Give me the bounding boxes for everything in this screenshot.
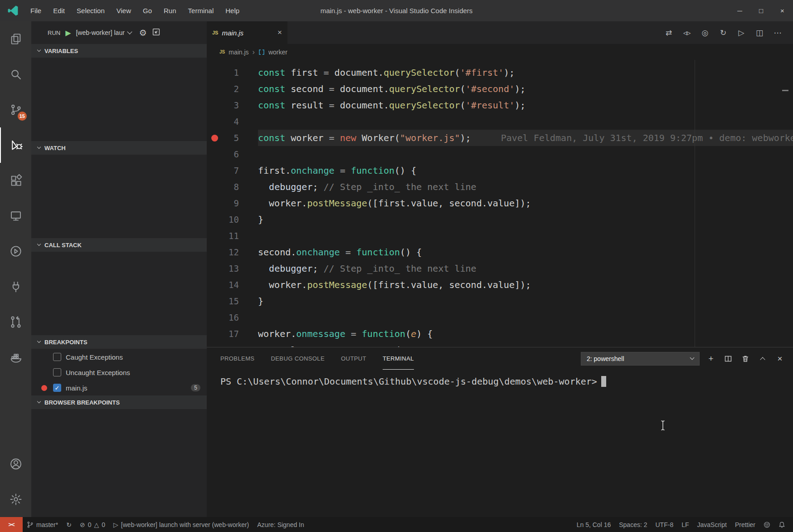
breakpoint-slot[interactable]	[207, 195, 222, 211]
launch-status[interactable]: ▷ [web-worker] launch with server (web-w…	[109, 517, 253, 532]
new-terminal-icon[interactable]: +	[705, 352, 717, 366]
source-control-icon[interactable]: 15	[0, 92, 31, 127]
breakpoint-slot[interactable]	[207, 228, 222, 244]
breakpoint-slot[interactable]	[207, 81, 222, 97]
breakpoint-slot[interactable]	[207, 97, 222, 113]
checkbox[interactable]: ✓	[53, 384, 61, 392]
eol-sequence[interactable]: LF	[677, 517, 693, 532]
section-header-watch[interactable]: WATCH	[31, 141, 207, 155]
checkbox[interactable]	[53, 368, 61, 376]
panel-tab-terminal[interactable]: TERMINAL	[383, 347, 414, 370]
run-circle-icon[interactable]: ▷	[733, 24, 749, 41]
kill-terminal-icon[interactable]	[739, 352, 751, 366]
menu-file[interactable]: File	[24, 0, 47, 21]
breakpoint-slot[interactable]	[207, 293, 222, 309]
editor-gutter[interactable]: 17	[207, 326, 258, 342]
notifications-bell-icon[interactable]	[774, 517, 789, 532]
azure-status[interactable]: Azure: Signed In	[253, 517, 308, 532]
menu-terminal[interactable]: Terminal	[182, 0, 220, 21]
editor-gutter[interactable]: 9	[207, 195, 258, 211]
close-tab-icon[interactable]: ×	[277, 28, 282, 37]
menu-selection[interactable]: Selection	[71, 0, 111, 21]
breakpoint-slot[interactable]	[207, 146, 222, 162]
maximize-button[interactable]: □	[750, 0, 772, 21]
start-debug-icon[interactable]: ▶	[65, 29, 71, 37]
menu-view[interactable]: View	[111, 0, 137, 21]
sync-status[interactable]: ↻	[62, 517, 76, 532]
section-header-browser-breakpoints[interactable]: BROWSER BREAKPOINTS	[31, 395, 207, 409]
editor-gutter[interactable]: 3	[207, 97, 258, 113]
debug-config-dropdown[interactable]: [web-worker] laur	[76, 29, 131, 36]
maximize-panel-icon[interactable]	[757, 352, 769, 366]
editor-gutter[interactable]: 11	[207, 228, 258, 244]
extensions-icon[interactable]	[0, 163, 31, 198]
run-and-debug-icon[interactable]	[0, 127, 31, 163]
editor-gutter[interactable]: 7	[207, 162, 258, 179]
formatter[interactable]: Prettier	[731, 517, 759, 532]
encoding[interactable]: UTF-8	[652, 517, 678, 532]
search-icon[interactable]	[0, 57, 31, 92]
breakpoint-slot[interactable]	[207, 260, 222, 277]
breakpoint-slot[interactable]	[207, 342, 222, 347]
cursor-position[interactable]: Ln 5, Col 16	[573, 517, 615, 532]
breakpoint-slot[interactable]	[207, 113, 222, 130]
terminal[interactable]: PS C:\Users\Connor\Documents\Github\vsco…	[207, 370, 793, 517]
panel-tab-output[interactable]: OUTPUT	[341, 347, 366, 370]
editor-gutter[interactable]: 6	[207, 146, 258, 162]
breakpoint-slot[interactable]	[207, 309, 222, 326]
git-compare-icon[interactable]: ⇄	[661, 24, 677, 41]
menu-go[interactable]: Go	[137, 0, 158, 21]
more-actions-icon[interactable]: ⋯	[769, 24, 786, 41]
indentation[interactable]: Spaces: 2	[615, 517, 651, 532]
breadcrumb-symbol[interactable]: worker	[268, 49, 287, 56]
live-share-icon[interactable]	[0, 234, 31, 269]
editor-gutter[interactable]: 8	[207, 179, 258, 195]
editor-gutter[interactable]: 13	[207, 260, 258, 277]
tab-main-js[interactable]: JS main.js ×	[207, 21, 287, 44]
breakpoint-slot[interactable]	[207, 64, 222, 81]
close-panel-icon[interactable]: ×	[774, 352, 786, 366]
editor-gutter[interactable]: 16	[207, 309, 258, 326]
breakpoint-slot[interactable]	[207, 211, 222, 228]
editor-gutter[interactable]: 10	[207, 211, 258, 228]
menu-help[interactable]: Help	[219, 0, 245, 21]
accounts-icon[interactable]	[0, 446, 31, 482]
panel-tab-problems[interactable]: PROBLEMS	[220, 347, 254, 370]
split-terminal-icon[interactable]	[722, 352, 734, 366]
editor-gutter[interactable]: 14	[207, 277, 258, 293]
section-header-breakpoints[interactable]: BREAKPOINTS	[31, 335, 207, 349]
terminal-picker[interactable]: 2: powershell	[581, 352, 700, 366]
breakpoint-item-caught-exceptions[interactable]: Caught Exceptions	[31, 349, 207, 365]
feedback-icon[interactable]	[759, 517, 774, 532]
breakpoint-item-main-js[interactable]: ✓main.js5	[31, 380, 207, 395]
code-editor[interactable]: 1const first = document.querySelector('#…	[207, 60, 793, 347]
configure-gear-icon[interactable]: ⚙	[139, 28, 147, 38]
editor-gutter[interactable]: 2	[207, 81, 258, 97]
open-preview-icon[interactable]: ◃▹	[679, 24, 695, 41]
section-header-call-stack[interactable]: CALL STACK	[31, 238, 207, 252]
minimize-button[interactable]: ─	[729, 0, 750, 21]
problems-status[interactable]: ⊘ 0 △ 0	[76, 517, 109, 532]
editor-gutter[interactable]: 15	[207, 293, 258, 309]
section-header-variables[interactable]: VARIABLES	[31, 44, 207, 58]
split-editor-icon[interactable]: ◫	[751, 24, 768, 41]
editor-gutter[interactable]: 4	[207, 113, 258, 130]
remote-explorer-icon[interactable]	[0, 198, 31, 234]
breakpoint-ring-icon[interactable]: ◎	[697, 24, 713, 41]
menu-edit[interactable]: Edit	[47, 0, 71, 21]
editor-gutter[interactable]: 18	[207, 342, 258, 347]
remote-indicator[interactable]: ><	[0, 517, 23, 532]
github-pull-request-icon[interactable]	[0, 304, 31, 340]
breadcrumb-file[interactable]: main.js	[229, 49, 248, 56]
breakpoint-slot[interactable]	[207, 244, 222, 260]
checkbox[interactable]	[53, 353, 61, 361]
editor-gutter[interactable]: 1	[207, 64, 258, 81]
language-mode[interactable]: JavaScript	[693, 517, 731, 532]
git-branch-status[interactable]: master*	[23, 517, 62, 532]
power-plug-icon[interactable]	[0, 269, 31, 304]
open-debug-console-icon[interactable]	[152, 28, 161, 38]
restart-icon[interactable]: ↻	[715, 24, 731, 41]
editor-gutter[interactable]: 12	[207, 244, 258, 260]
editor-gutter[interactable]: 5	[207, 130, 258, 146]
close-button[interactable]: ×	[772, 0, 793, 21]
